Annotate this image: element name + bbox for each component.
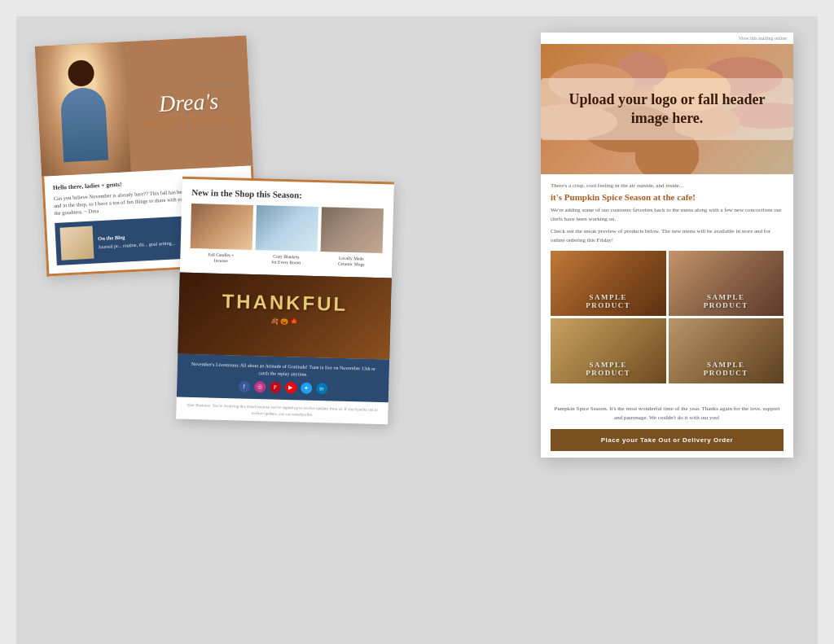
card3-body: There's a crisp, cool feeling in the air… (541, 174, 793, 398)
card3-view-mailing: View this mailing online (541, 33, 793, 44)
person-body (59, 87, 108, 163)
card3-product-cell-1: SAMPLEPRODUCT (551, 251, 666, 316)
card1-blog-text: On the Blog Journal pr... routine, thi..… (98, 230, 175, 250)
card2-product-img-3 (321, 207, 384, 253)
card3-hero: Upload your logo or fall header image he… (541, 44, 793, 174)
card1-header: View this mailing online Drea's MONTHLY … (35, 35, 253, 176)
youtube-icon[interactable]: ▶ (285, 382, 296, 393)
card2-thankful-section: THANKFUL 🍂 🎃 🍁 (178, 273, 392, 360)
card3-closing: Pumpkin Spice Season. It's the most wond… (541, 398, 793, 458)
person-silhouette (52, 59, 115, 175)
card3-hero-text: Upload your logo or fall header image he… (541, 78, 793, 141)
pinterest-icon[interactable]: P (270, 382, 281, 393)
card3-product-cell-3: SAMPLEPRODUCT (551, 318, 666, 383)
card3-closing-text: Pumpkin Spice Season. It's the most wond… (551, 405, 784, 423)
card2-product-2: Cozy Blanketsfor Every Room (255, 205, 318, 266)
card2-header: New in the Shop this Season: Fall Candle… (180, 177, 394, 278)
card3-cta-button[interactable]: Place your Take Out or Delivery Order (551, 429, 784, 451)
card3-products-grid: SAMPLEPRODUCT SAMPLEPRODUCT SAMPLEPRODUC… (551, 251, 784, 383)
card2-product-3: Locally MadeCeramic Mugs (320, 207, 384, 268)
card2-footer: November's Livestream: All about an Atti… (177, 354, 389, 403)
card2-product-label-2: Cozy Blanketsfor Every Room (271, 254, 301, 266)
canvas: View this mailing online Drea's MONTHLY … (16, 16, 818, 644)
card3-product-cell-4: SAMPLEPRODUCT (669, 318, 784, 383)
card1-title-area: View this mailing online Drea's MONTHLY … (126, 72, 252, 136)
person-head (68, 59, 95, 87)
card1-subtitle: MONTHLY CHECK IN (144, 115, 235, 127)
email-card-shop: New in the Shop this Season: Fall Candle… (176, 177, 394, 425)
card2-footer-text: November's Livestream: All about an Atti… (186, 361, 381, 379)
card3-product-label-1: SAMPLEPRODUCT (586, 293, 630, 309)
card2-shop-title: New in the Shop this Season: (191, 187, 384, 202)
card1-blog-image (59, 226, 94, 261)
facebook-icon[interactable]: f (239, 381, 250, 392)
card1-title-script: Drea's (158, 90, 219, 116)
card2-products-row: Fall Candles +Incense Cozy Blanketsfor E… (190, 204, 384, 268)
card2-product-img-2 (256, 205, 318, 252)
card3-desc2: Check out the sneak preview of products … (551, 227, 784, 244)
card2-product-img-1 (191, 204, 253, 250)
card3-intro-text: There's a crisp, cool feeling in the air… (551, 182, 784, 189)
instagram-icon[interactable]: ◎ (254, 381, 266, 392)
twitter-icon[interactable]: ✦ (301, 383, 312, 394)
linkedin-icon[interactable]: in (316, 383, 327, 394)
email-card-pumpkin: View this mailing online Upload your log… (541, 33, 793, 458)
card2-disclaimer: Your Business: You're receiving this ema… (176, 397, 388, 425)
card3-product-cell-2: SAMPLEPRODUCT (669, 251, 784, 316)
card2-product-label-1: Fall Candles +Incense (208, 252, 235, 265)
card2-product-label-3: Locally MadeCeramic Mugs (338, 256, 365, 268)
card1-photo (35, 42, 131, 177)
card3-desc1: We're adding some of our customer favori… (551, 206, 784, 223)
card3-product-label-3: SAMPLEPRODUCT (586, 361, 630, 377)
card2-product-1: Fall Candles +Incense (190, 204, 253, 265)
card3-pumpkin-spice-title: it's Pumpkin Spice Season at the cafe! (551, 192, 784, 202)
card2-social-icons: f ◎ P ▶ ✦ in (185, 379, 380, 396)
card3-product-label-4: SAMPLEPRODUCT (704, 361, 748, 377)
card3-product-label-2: SAMPLEPRODUCT (704, 293, 748, 309)
